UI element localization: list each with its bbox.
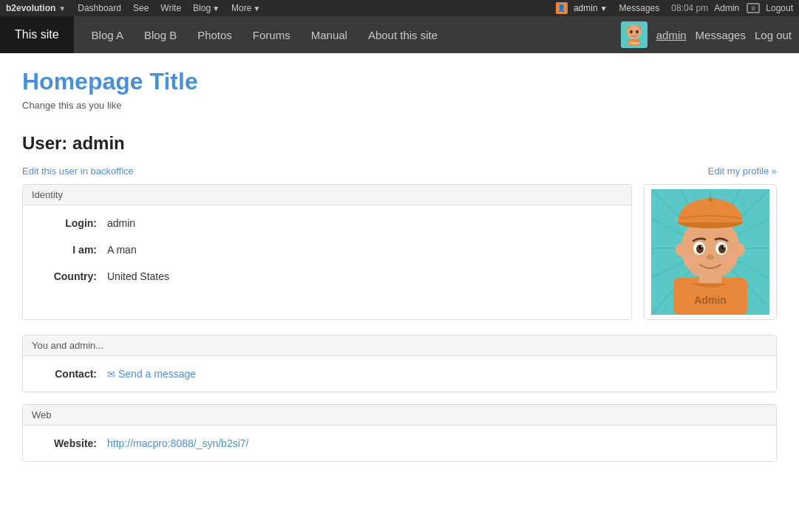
website-link[interactable]: http://macpro:8088/_syn/b2si7/ [107, 437, 248, 449]
svg-point-41 [707, 254, 714, 260]
brand-name: b2evolution [6, 3, 55, 13]
label-i-am: I am: [41, 244, 107, 256]
admin-bar: b2evolution ▼ Dashboard See Write Blog ▼… [0, 0, 799, 16]
user-heading: User: admin [22, 133, 777, 154]
site-nav-admin-user[interactable]: admin [656, 29, 687, 41]
profile-section: Identity Login: admin I am: A man Countr… [22, 184, 777, 320]
action-links: Edit this user in backoffice Edit my pro… [22, 166, 777, 177]
value-i-am: A man [107, 244, 137, 256]
svg-point-3 [628, 26, 641, 38]
svg-point-35 [696, 245, 704, 253]
you-and-section: You and admin... Contact: ✉ Send a messa… [22, 335, 777, 392]
svg-point-39 [701, 246, 703, 248]
page-subtitle: Change this as you like [22, 100, 777, 111]
nav-write[interactable]: Write [154, 3, 187, 13]
nav-manual[interactable]: Manual [301, 29, 358, 41]
admin-bar-admin-link[interactable]: Admin [714, 3, 739, 13]
admin-bar-logout[interactable]: Logout [766, 3, 793, 13]
svg-text:Admin: Admin [694, 294, 727, 306]
edit-profile-link[interactable]: Edit my profile » [708, 166, 777, 177]
admin-bar-avatar: 👤 [556, 2, 568, 14]
blog-dropdown-arrow: ▼ [212, 4, 220, 13]
send-message-text: Send a message [118, 368, 196, 380]
nav-forums[interactable]: Forums [242, 29, 301, 41]
svg-point-4 [630, 30, 633, 34]
brand-dropdown-arrow: ▼ [58, 4, 66, 13]
more-dropdown-arrow: ▼ [253, 4, 260, 13]
value-country: United States [107, 270, 169, 282]
svg-point-36 [718, 245, 726, 253]
user-dropdown-arrow: ▼ [600, 4, 608, 13]
page-title: Homepage Title [22, 68, 777, 95]
label-country: Country: [41, 270, 107, 282]
svg-point-43 [725, 256, 737, 263]
svg-point-32 [735, 243, 745, 256]
admin-bar-user[interactable]: admin ▼ [574, 3, 608, 13]
admin-bar-messages[interactable]: Messages [613, 3, 666, 13]
this-site-link[interactable]: This site [0, 16, 74, 53]
send-message-link[interactable]: ✉ Send a message [107, 368, 196, 380]
nav-blog-a[interactable]: Blog A [81, 29, 134, 41]
svg-point-40 [724, 246, 725, 248]
field-login: Login: admin [41, 217, 613, 229]
field-i-am: I am: A man [41, 244, 613, 256]
screen-icon: 🖥 [747, 3, 760, 13]
nav-photos[interactable]: Photos [187, 29, 242, 41]
nav-dashboard[interactable]: Dashboard [72, 3, 127, 13]
edit-user-backoffice-link[interactable]: Edit this user in backoffice [22, 166, 134, 177]
site-nav-links: Blog A Blog B Photos Forums Manual About… [74, 29, 621, 41]
you-and-content: Contact: ✉ Send a message [23, 356, 776, 392]
value-login: admin [107, 217, 135, 229]
web-content: Website: http://macpro:8088/_syn/b2si7/ [23, 426, 776, 461]
contact-row: Contact: ✉ Send a message [41, 368, 758, 380]
admin-bar-time: 08:04 pm [671, 3, 708, 13]
website-label: Website: [41, 437, 107, 449]
envelope-icon: ✉ [107, 369, 115, 380]
website-row: Website: http://macpro:8088/_syn/b2si7/ [41, 437, 758, 449]
web-section: Web Website: http://macpro:8088/_syn/b2s… [22, 404, 777, 462]
identity-content: Login: admin I am: A man Country: United… [23, 205, 631, 300]
svg-point-5 [636, 30, 639, 34]
site-nav: This site Blog A Blog B Photos Forums Ma… [0, 16, 799, 53]
identity-box: Identity Login: admin I am: A man Countr… [22, 184, 632, 320]
nav-more[interactable]: More ▼ [225, 3, 266, 13]
avatar-box: Admin [644, 184, 777, 320]
web-header: Web [23, 405, 776, 426]
svg-text:Admin: Admin [629, 41, 639, 45]
brand-logo[interactable]: b2evolution ▼ [6, 3, 66, 13]
nav-blog[interactable]: Blog ▼ [187, 3, 225, 13]
avatar-container: Admin [644, 184, 777, 320]
site-nav-logout[interactable]: Log out [755, 29, 792, 41]
main-content: Homepage Title Change this as you like U… [0, 53, 799, 488]
label-login: Login: [41, 217, 107, 229]
svg-point-30 [708, 197, 713, 202]
avatar-illustration: Admin [651, 189, 769, 315]
nav-blog-b[interactable]: Blog B [134, 29, 187, 41]
nav-see[interactable]: See [127, 3, 154, 13]
svg-point-42 [684, 256, 696, 263]
identity-header: Identity [23, 185, 631, 205]
admin-bar-right: 👤 admin ▼ Messages 08:04 pm Admin 🖥 Logo… [556, 2, 793, 14]
avatar-svg-small: Admin [621, 21, 647, 48]
user-avatar-nav: Admin [621, 21, 647, 48]
you-and-header: You and admin... [23, 335, 776, 356]
contact-label: Contact: [41, 368, 107, 380]
nav-about[interactable]: About this site [358, 29, 448, 41]
field-country: Country: United States [41, 270, 613, 282]
site-nav-messages[interactable]: Messages [696, 29, 746, 41]
site-nav-right: Admin admin Messages Log out [621, 21, 799, 48]
svg-point-31 [676, 243, 686, 256]
